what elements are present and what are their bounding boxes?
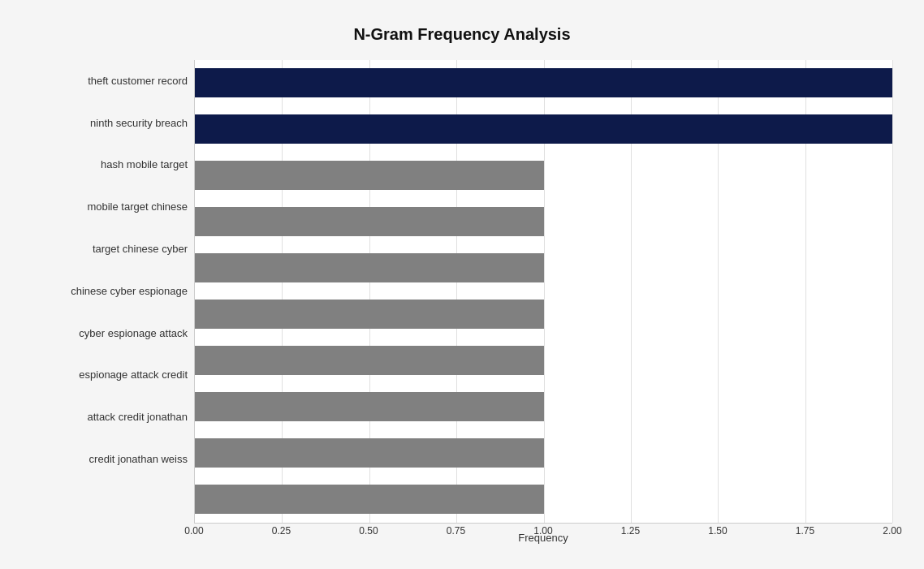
bar-row bbox=[195, 60, 892, 106]
bar-row bbox=[195, 153, 892, 199]
bar bbox=[195, 438, 544, 468]
bar bbox=[195, 346, 544, 375]
y-label: attack credit jonathan bbox=[32, 396, 194, 438]
bar-row bbox=[195, 430, 892, 476]
bar bbox=[195, 485, 544, 514]
x-tick: 1.00 bbox=[533, 525, 552, 537]
bar-row bbox=[195, 476, 892, 523]
bar-row bbox=[195, 245, 892, 291]
x-tick: 1.75 bbox=[796, 525, 814, 537]
x-tick: 0.25 bbox=[272, 525, 291, 537]
y-label: hash mobile target bbox=[32, 144, 194, 186]
x-tick: 0.50 bbox=[359, 525, 378, 537]
y-axis: theft customer recordninth security brea… bbox=[32, 60, 194, 482]
x-tick: 0.75 bbox=[447, 525, 465, 537]
bar-row bbox=[195, 384, 892, 430]
y-label: cyber espionage attack bbox=[32, 312, 194, 354]
bar-row bbox=[195, 199, 892, 245]
y-label: theft customer record bbox=[32, 60, 194, 102]
x-tick: 1.25 bbox=[621, 525, 640, 537]
bars-container bbox=[194, 60, 892, 524]
y-label: mobile target chinese bbox=[32, 186, 194, 228]
bar-row bbox=[195, 291, 892, 338]
chart-area: theft customer recordninth security brea… bbox=[32, 60, 892, 482]
x-tick: 0.00 bbox=[184, 525, 203, 537]
y-label: target chinese cyber bbox=[32, 228, 194, 270]
bar bbox=[195, 114, 892, 144]
plot-area: 0.000.250.500.751.001.251.501.752.00 Fre… bbox=[194, 60, 892, 482]
bar bbox=[195, 253, 544, 282]
bar bbox=[195, 300, 544, 329]
x-tick: 1.50 bbox=[708, 525, 727, 537]
bar-row bbox=[195, 106, 892, 153]
bar-row bbox=[195, 338, 892, 384]
grid-line bbox=[892, 60, 893, 523]
bar bbox=[195, 207, 544, 236]
chart-title: N-Gram Frequency Analysis bbox=[32, 25, 892, 44]
bar bbox=[195, 392, 544, 421]
x-tick: 2.00 bbox=[883, 525, 901, 537]
y-label: ninth security breach bbox=[32, 101, 194, 144]
chart-container: N-Gram Frequency Analysis theft customer… bbox=[15, 9, 909, 561]
bar bbox=[195, 161, 544, 190]
y-label: chinese cyber espionage bbox=[32, 269, 194, 312]
bar bbox=[195, 68, 892, 97]
y-label: espionage attack credit bbox=[32, 354, 194, 396]
y-label: credit jonathan weiss bbox=[32, 438, 194, 481]
